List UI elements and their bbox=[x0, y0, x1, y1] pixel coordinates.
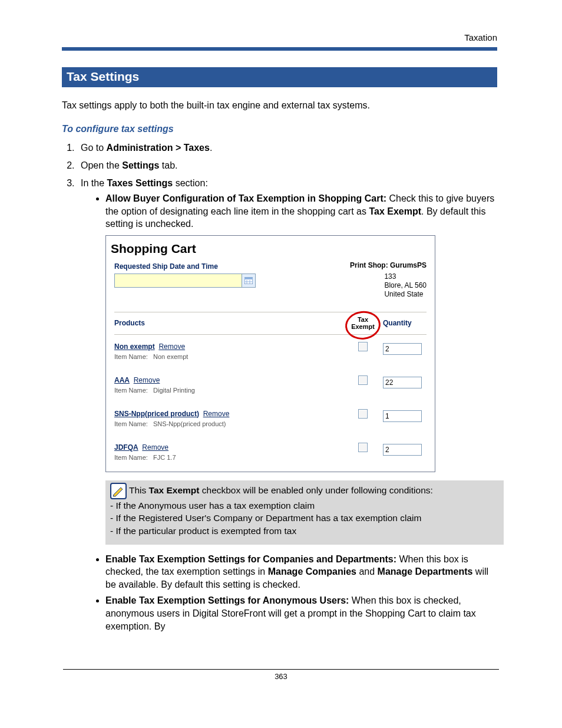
remove-link[interactable]: Remove bbox=[203, 410, 230, 418]
step-3-text-c: section: bbox=[173, 178, 208, 188]
bullet-enable-anonymous: Enable Tax Exemption Settings for Anonym… bbox=[105, 594, 497, 633]
tax-header-l1: Tax bbox=[346, 316, 379, 323]
svg-rect-1 bbox=[244, 278, 253, 279]
col-products-header: Products bbox=[114, 318, 346, 328]
step-1: Go to Administration > Taxes. bbox=[77, 143, 497, 153]
ship-date-field[interactable] bbox=[114, 274, 256, 288]
col-tax-exempt-header: Tax Exempt bbox=[346, 316, 379, 330]
product-link[interactable]: Non exempt bbox=[114, 342, 155, 351]
quantity-input[interactable] bbox=[383, 410, 422, 422]
step-1-bold: Administration > Taxes bbox=[107, 143, 210, 153]
item-name-value: Non exempt bbox=[153, 353, 188, 360]
step-2: Open the Settings tab. bbox=[77, 160, 497, 171]
shopping-cart-screenshot: Shopping Cart Requested Ship Date and Ti… bbox=[105, 235, 435, 472]
note-l1c: checkbox will be enabled only under foll… bbox=[199, 485, 432, 495]
printshop-label-text: Print Shop: bbox=[350, 261, 390, 269]
cart-row: Non exempt Remove Item Name: Non exempt bbox=[114, 335, 427, 368]
product-link[interactable]: SNS-Npp(priced product) bbox=[114, 410, 199, 418]
running-header: Taxation bbox=[62, 32, 497, 42]
addr-line-2: Blore, AL 560 bbox=[384, 281, 427, 290]
step-3-bullets: Allow Buyer Configuration of Tax Exempti… bbox=[81, 192, 497, 633]
remove-link[interactable]: Remove bbox=[158, 342, 185, 351]
col-quantity-header: Quantity bbox=[379, 318, 427, 328]
bullet-2-bold: Enable Tax Exemption Settings for Compan… bbox=[105, 554, 396, 564]
step-1-text-c: . bbox=[210, 143, 212, 153]
step-2-text-a: Open the bbox=[81, 160, 122, 170]
tax-header-l2: Exempt bbox=[346, 323, 379, 330]
ship-date-input[interactable] bbox=[115, 274, 242, 287]
note-l4: - If the particular product is exempted … bbox=[110, 525, 499, 538]
quantity-input[interactable] bbox=[383, 377, 422, 388]
section-heading: Tax Settings bbox=[62, 67, 497, 87]
tax-exempt-checkbox[interactable] bbox=[358, 409, 368, 419]
cart-title: Shopping Cart bbox=[106, 236, 435, 261]
item-name-value: FJC 1.7 bbox=[153, 454, 176, 461]
bullet-1-bold: Allow Buyer Configuration of Tax Exempti… bbox=[105, 193, 386, 203]
procedure-subhead: To configure tax settings bbox=[62, 124, 497, 134]
bullet-allow-buyer: Allow Buyer Configuration of Tax Exempti… bbox=[105, 192, 497, 545]
ship-date-label: Requested Ship Date and Time bbox=[114, 261, 256, 271]
tax-exempt-checkbox[interactable] bbox=[358, 342, 368, 351]
page: Taxation Tax Settings Tax settings apply… bbox=[0, 0, 562, 728]
note-l3: - If the Registered User's Company or De… bbox=[110, 512, 499, 525]
remove-link[interactable]: Remove bbox=[142, 443, 168, 452]
item-name-label: Item Name: bbox=[114, 353, 148, 360]
cart-row: AAA Remove Item Name: Digital Printing bbox=[114, 368, 427, 402]
calendar-icon[interactable] bbox=[242, 274, 255, 287]
note-l1b: Tax Exempt bbox=[149, 485, 200, 495]
note-l1a: This bbox=[129, 485, 149, 495]
addr-line-3: United State bbox=[384, 290, 427, 299]
step-2-bold: Settings bbox=[122, 160, 159, 170]
tax-exempt-checkbox[interactable] bbox=[358, 443, 368, 452]
intro-paragraph: Tax settings apply to both the built-in … bbox=[62, 100, 497, 111]
item-name-label: Item Name: bbox=[114, 454, 148, 461]
steps-list: Go to Administration > Taxes. Open the S… bbox=[62, 143, 497, 633]
item-name-label: Item Name: bbox=[114, 387, 148, 394]
printshop-label: Print Shop: GurumsPS bbox=[348, 261, 427, 270]
item-name-label: Item Name: bbox=[114, 420, 148, 427]
step-1-text-a: Go to bbox=[81, 143, 107, 153]
item-name-value: Digital Printing bbox=[153, 387, 195, 394]
product-link[interactable]: JDFQA bbox=[114, 443, 138, 452]
quantity-input[interactable] bbox=[383, 343, 422, 355]
product-link[interactable]: AAA bbox=[114, 376, 130, 384]
bullet-3-bold: Enable Tax Exemption Settings for Anonym… bbox=[105, 595, 349, 605]
addr-line-1: 133 bbox=[384, 272, 427, 281]
note-l2: - If the Anonymous user has a tax exempt… bbox=[110, 499, 499, 512]
bullet-2-b2: Manage Companies bbox=[268, 566, 356, 577]
remove-link[interactable]: Remove bbox=[134, 376, 160, 384]
note-box: This Tax Exempt checkbox will be enabled… bbox=[105, 480, 504, 545]
bullet-2-t2: and bbox=[356, 566, 378, 577]
item-name-value: SNS-Npp(priced product) bbox=[153, 420, 226, 427]
cart-row: JDFQA Remove Item Name: FJC 1.7 bbox=[114, 436, 427, 463]
tax-exempt-checkbox[interactable] bbox=[358, 375, 368, 385]
step-3-bold: Taxes Settings bbox=[107, 178, 173, 188]
quantity-input[interactable] bbox=[383, 444, 422, 456]
bullet-2-b3: Manage Departments bbox=[378, 566, 473, 577]
bullet-1-b2: Tax Exempt bbox=[369, 206, 421, 216]
bullet-enable-companies: Enable Tax Exemption Settings for Compan… bbox=[105, 553, 497, 591]
note-icon bbox=[110, 483, 127, 499]
header-rule bbox=[62, 47, 497, 51]
step-3-text-a: In the bbox=[81, 178, 107, 188]
page-number: 363 bbox=[63, 669, 499, 681]
step-2-text-c: tab. bbox=[159, 160, 177, 170]
printshop-value: GurumsPS bbox=[390, 261, 427, 269]
cart-row: SNS-Npp(priced product) Remove Item Name… bbox=[114, 402, 427, 436]
step-3: In the Taxes Settings section: Allow Buy… bbox=[77, 178, 497, 633]
